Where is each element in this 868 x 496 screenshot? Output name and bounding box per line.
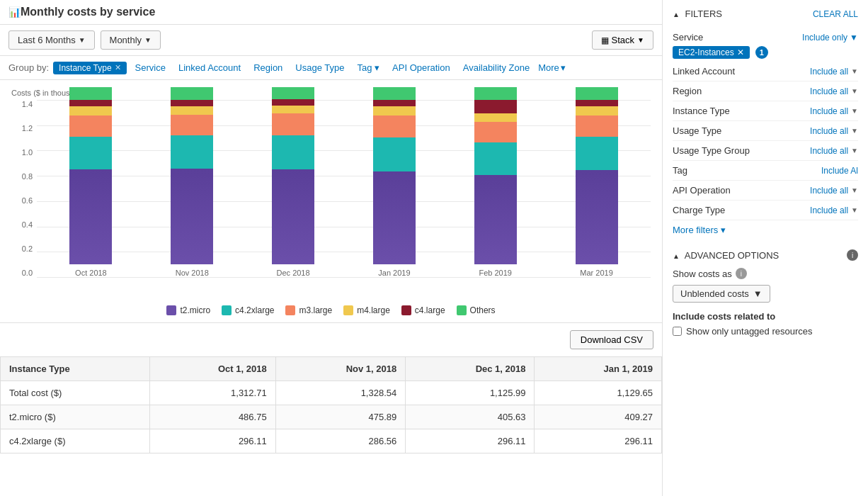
group-usage-type-link[interactable]: Usage Type <box>291 61 348 74</box>
time-range-button[interactable]: Last 6 Months ▼ <box>8 30 95 50</box>
advanced-info-icon[interactable]: i <box>847 249 858 261</box>
usage-type-group-dropdown-icon: ▼ <box>851 147 858 154</box>
tag-label: Tag <box>673 165 687 176</box>
service-include-only-button[interactable]: Include only ▼ <box>802 33 858 43</box>
charge-type-label: Charge Type <box>673 205 725 215</box>
bar-chart-icon: 📊 <box>8 6 21 18</box>
granularity-caret-icon: ▼ <box>144 36 152 44</box>
cell-c4-2xlarge-dec: 296.11 <box>406 429 535 453</box>
col-instance-type: Instance Type <box>1 357 150 381</box>
costs-dropdown-button[interactable]: Unblended costs ▼ <box>673 285 770 303</box>
group-by-label: Group by: <box>8 62 49 73</box>
granularity-button[interactable]: Monthly ▼ <box>101 30 161 50</box>
group-region-link[interactable]: Region <box>249 61 287 74</box>
more-filters-button[interactable]: More filters ▾ <box>673 220 858 239</box>
clear-all-button[interactable]: CLEAR ALL <box>813 9 858 19</box>
active-group-tag[interactable]: Instance Type ✕ <box>53 62 127 74</box>
cell-total-nov: 1,328.54 <box>275 381 406 405</box>
bar-jan-2019: Jan 2019 <box>354 87 434 277</box>
usage-type-group-label: Usage Type Group <box>673 145 750 156</box>
untagged-resources-row: Show only untagged resources <box>673 326 858 337</box>
region-filter: Region Include all ▼ <box>673 81 858 101</box>
show-costs-label: Show costs as i <box>673 268 858 279</box>
table-header-row: Instance Type Oct 1, 2018 Nov 1, 2018 De… <box>1 357 662 381</box>
more-caret-icon: ▾ <box>561 62 566 73</box>
charge-type-control[interactable]: Include all ▼ <box>810 205 858 215</box>
legend-item-others: Others <box>457 305 496 315</box>
instance-type-dropdown-icon: ▼ <box>851 107 858 115</box>
filters-title: ▲ FILTERS <box>673 9 722 19</box>
bar-label-nov-2018: Nov 2018 <box>176 269 209 277</box>
legend-color-m4large <box>343 305 353 315</box>
advanced-collapse-icon[interactable]: ▲ <box>673 252 680 260</box>
bar-oct-2018: Oct 2018 <box>51 87 131 277</box>
linked-account-dropdown-icon: ▼ <box>851 67 858 75</box>
cell-c4-2xlarge-label: c4.2xlarge ($) <box>1 429 150 453</box>
legend-color-m3large <box>285 305 295 315</box>
chart-bars-row: Oct 2018 Nov 2018 <box>37 100 651 277</box>
service-filter-tag[interactable]: EC2-Instances ✕ <box>673 46 750 59</box>
include-costs-label: Include costs related to <box>673 311 858 322</box>
group-service-link[interactable]: Service <box>131 61 170 74</box>
show-costs-info-icon[interactable]: i <box>736 268 747 279</box>
bar-label-mar-2019: Mar 2019 <box>580 269 612 277</box>
legend-item-c4large: c4.large <box>401 305 445 315</box>
legend-color-c4-2xlarge <box>222 305 232 315</box>
data-table: Instance Type Oct 1, 2018 Nov 1, 2018 De… <box>0 356 662 453</box>
bar-dec-2018: Dec 2018 <box>253 87 333 277</box>
more-filters-caret-icon: ▾ <box>721 225 726 235</box>
instance-type-label: Instance Type <box>673 106 730 116</box>
linked-account-label: Linked Account <box>673 66 735 77</box>
region-dropdown-icon: ▼ <box>851 87 858 95</box>
bar-label-feb-2019: Feb 2019 <box>479 269 511 277</box>
usage-type-control[interactable]: Include all ▼ <box>810 126 858 136</box>
group-by-bar: Group by: Instance Type ✕ Service Linked… <box>0 56 662 80</box>
bar-feb-2019: Feb 2019 <box>455 87 535 277</box>
tag-control[interactable]: Include Al <box>821 166 858 176</box>
group-tag-link[interactable]: Tag ▾ <box>353 61 384 74</box>
download-csv-button[interactable]: Download CSV <box>570 330 653 349</box>
group-availability-zone-link[interactable]: Availability Zone <box>459 61 534 74</box>
cell-total-jan: 1,129.65 <box>535 381 662 405</box>
untagged-resources-checkbox[interactable] <box>673 327 682 336</box>
chart-y-axis: 1.4 1.2 1.0 0.8 0.6 0.4 0.2 0.0 <box>11 100 37 277</box>
usage-type-dropdown-icon: ▼ <box>851 127 858 135</box>
usage-type-label: Usage Type <box>673 125 721 136</box>
filters-collapse-icon[interactable]: ▲ <box>673 11 680 18</box>
legend-color-others <box>457 305 467 315</box>
table-row: c4.2xlarge ($) 296.11 286.56 296.11 296.… <box>1 429 662 453</box>
cell-t2micro-nov: 475.89 <box>275 405 406 429</box>
api-operation-control[interactable]: Include all ▼ <box>810 186 858 196</box>
cell-c4-2xlarge-nov: 286.56 <box>275 429 406 453</box>
time-range-caret-icon: ▼ <box>79 36 86 44</box>
linked-account-control[interactable]: Include all ▼ <box>810 67 858 77</box>
bar-label-jan-2019: Jan 2019 <box>378 269 410 277</box>
service-filter-label: Service <box>673 32 703 43</box>
col-oct-2018: Oct 1, 2018 <box>149 357 275 381</box>
cell-t2micro-jan: 409.27 <box>535 405 662 429</box>
cell-total-oct: 1,312.71 <box>149 381 275 405</box>
group-more-button[interactable]: More ▾ <box>538 62 566 73</box>
usage-type-group-filter: Usage Type Group Include all ▼ <box>673 141 858 161</box>
stack-button[interactable]: ▦ Stack ▼ <box>592 30 653 50</box>
remove-service-tag-icon[interactable]: ✕ <box>737 47 744 57</box>
charge-type-filter: Charge Type Include all ▼ <box>673 201 858 220</box>
cell-c4-2xlarge-oct: 296.11 <box>149 429 275 453</box>
remove-group-icon[interactable]: ✕ <box>115 63 121 72</box>
group-linked-account-link[interactable]: Linked Account <box>174 61 245 74</box>
untagged-resources-label: Show only untagged resources <box>686 326 813 337</box>
filters-header: ▲ FILTERS CLEAR ALL <box>673 9 858 19</box>
legend-item-m3large: m3.large <box>285 305 332 315</box>
page-title: Monthly costs by service <box>21 6 155 18</box>
chart-bars-area: Oct 2018 Nov 2018 <box>37 100 651 298</box>
linked-account-filter: Linked Account Include all ▼ <box>673 62 858 81</box>
group-api-operation-link[interactable]: API Operation <box>388 61 455 74</box>
service-dropdown-icon: ▼ <box>850 33 858 43</box>
chart-legend: t2.micro c4.2xlarge m3.large m4.large c4… <box>0 298 662 323</box>
api-operation-dropdown-icon: ▼ <box>851 186 858 194</box>
col-jan-2019: Jan 1, 2019 <box>535 357 662 381</box>
instance-type-control[interactable]: Include all ▼ <box>810 106 858 116</box>
region-control[interactable]: Include all ▼ <box>810 86 858 96</box>
cell-c4-2xlarge-jan: 296.11 <box>535 429 662 453</box>
usage-type-group-control[interactable]: Include all ▼ <box>810 146 858 156</box>
